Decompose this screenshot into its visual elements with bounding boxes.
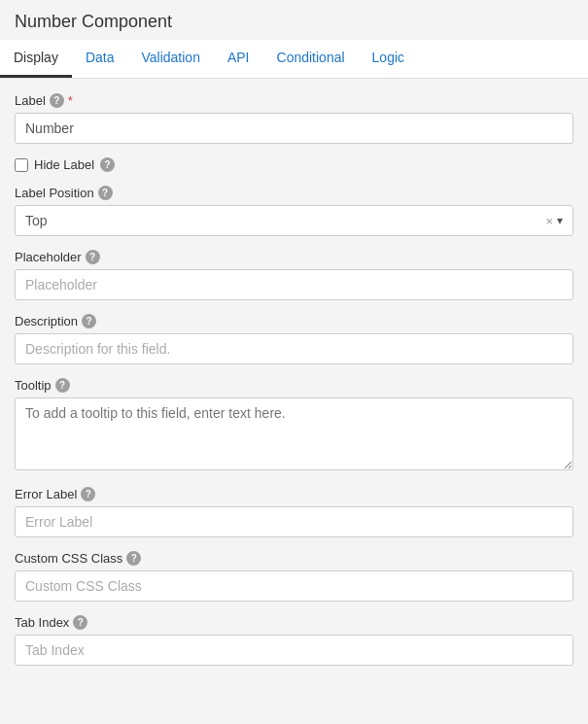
hide-label-text: Hide Label bbox=[34, 157, 94, 172]
error-label-text: Error Label bbox=[15, 487, 77, 501]
tab-index-label: Tab Index ? bbox=[15, 615, 573, 630]
tooltip-help-icon[interactable]: ? bbox=[55, 378, 70, 393]
hide-label-row: Hide Label ? bbox=[15, 157, 573, 172]
label-position-group: Label Position ? Top × ▾ bbox=[15, 186, 573, 236]
error-label-group: Error Label ? bbox=[15, 487, 573, 537]
tab-validation[interactable]: Validation bbox=[127, 40, 213, 78]
custom-css-label: Custom CSS Class ? bbox=[15, 551, 573, 566]
placeholder-help-icon[interactable]: ? bbox=[86, 250, 100, 264]
select-arrow-icon[interactable]: ▾ bbox=[557, 214, 563, 227]
label-text: Label bbox=[15, 93, 46, 108]
tab-index-text: Tab Index bbox=[15, 615, 69, 630]
hide-label-help-icon[interactable]: ? bbox=[100, 157, 115, 172]
select-display[interactable]: Top × ▾ bbox=[16, 206, 572, 235]
label-group: Label ? * bbox=[15, 93, 573, 144]
page-wrapper: Number Component Display Data Validation… bbox=[0, 0, 588, 694]
tooltip-textarea[interactable] bbox=[15, 397, 573, 470]
custom-css-text: Custom CSS Class bbox=[15, 551, 122, 566]
tab-display[interactable]: Display bbox=[0, 40, 72, 78]
error-label-help-icon[interactable]: ? bbox=[81, 487, 95, 501]
label-position-help-icon[interactable]: ? bbox=[98, 186, 113, 200]
error-label-label: Error Label ? bbox=[15, 487, 573, 501]
tabs-bar: Display Data Validation API Conditional … bbox=[0, 40, 588, 79]
label-position-select[interactable]: Top × ▾ bbox=[15, 205, 573, 236]
select-clear-icon[interactable]: × bbox=[545, 214, 553, 228]
label-position-label: Label Position ? bbox=[15, 186, 573, 200]
label-position-text: Label Position bbox=[15, 186, 94, 200]
select-value: Top bbox=[25, 213, 48, 228]
custom-css-help-icon[interactable]: ? bbox=[126, 551, 141, 566]
label-input[interactable] bbox=[15, 113, 573, 144]
tab-api[interactable]: API bbox=[214, 40, 263, 78]
tooltip-group: Tooltip ? bbox=[15, 378, 573, 473]
label-field-label: Label ? * bbox=[15, 93, 573, 108]
form-body: Label ? * Hide Label ? Label Position ? … bbox=[0, 79, 588, 694]
placeholder-group: Placeholder ? bbox=[15, 250, 573, 300]
tooltip-text: Tooltip bbox=[15, 378, 52, 393]
placeholder-text: Placeholder bbox=[15, 250, 82, 264]
placeholder-input[interactable] bbox=[15, 269, 573, 300]
description-text: Description bbox=[15, 314, 78, 328]
description-label: Description ? bbox=[15, 314, 573, 328]
custom-css-input[interactable] bbox=[15, 570, 573, 602]
tab-conditional[interactable]: Conditional bbox=[263, 40, 359, 78]
tooltip-label: Tooltip ? bbox=[15, 378, 573, 393]
tab-index-group: Tab Index ? bbox=[15, 615, 573, 666]
tab-data[interactable]: Data bbox=[72, 40, 128, 78]
label-required-star: * bbox=[68, 93, 73, 108]
label-help-icon[interactable]: ? bbox=[50, 93, 64, 108]
tab-logic[interactable]: Logic bbox=[359, 40, 418, 78]
tab-index-input[interactable] bbox=[15, 635, 573, 666]
description-group: Description ? bbox=[15, 314, 573, 364]
description-help-icon[interactable]: ? bbox=[82, 314, 96, 328]
placeholder-label: Placeholder ? bbox=[15, 250, 573, 264]
select-controls: × ▾ bbox=[545, 214, 563, 228]
page-title: Number Component bbox=[0, 0, 588, 40]
error-label-input[interactable] bbox=[15, 506, 573, 537]
tab-index-help-icon[interactable]: ? bbox=[73, 615, 87, 630]
custom-css-group: Custom CSS Class ? bbox=[15, 551, 573, 602]
hide-label-checkbox[interactable] bbox=[15, 158, 28, 172]
description-input[interactable] bbox=[15, 333, 573, 364]
